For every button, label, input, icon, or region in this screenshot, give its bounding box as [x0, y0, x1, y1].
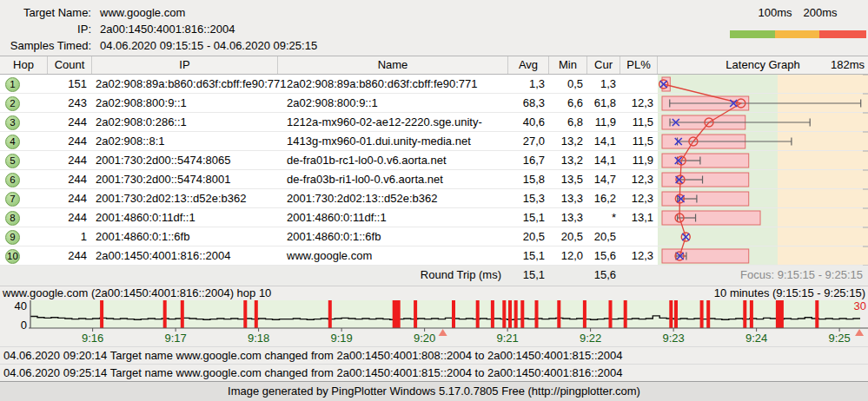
column-header-count[interactable]: Count	[48, 56, 92, 74]
round-trip-cur: 15,6	[587, 266, 620, 286]
name-cell: de-fra01b-rc1-lo0-0.v6.aorta.net	[278, 151, 508, 169]
name-cell: 1212a-mx960-02-ae12-2220.sge.unity-	[278, 113, 508, 131]
latency-graph-cell	[658, 208, 868, 227]
table-row[interactable]: 42442a02:908::8:11413g-mx960-01.dui.unit…	[0, 132, 868, 151]
pl-cell: 13,1	[620, 208, 658, 227]
avg-cell: 1,3	[508, 75, 549, 93]
ip-cell: 2001:730:2d00::5474:8065	[92, 151, 278, 169]
legend-100ms-label: 100ms	[758, 6, 792, 19]
ip-cell: 2001:730:2d02:13::d52e:b362	[92, 189, 278, 207]
latency-graph-cell	[658, 151, 868, 169]
latency-graph-cell	[658, 170, 868, 188]
ip-cell: 2001:730:2d00::5474:8001	[92, 170, 278, 188]
svg-text:9:19: 9:19	[330, 332, 352, 345]
latency-graph-scale-label: 182ms	[831, 56, 865, 74]
event-log-line: 04.06.2020 09:20:14 Target name www.goog…	[0, 346, 868, 364]
name-cell: 2a02:908:800:9::1	[278, 94, 508, 112]
hop-cell: 4	[0, 132, 48, 150]
legend-orange-segment	[775, 30, 819, 38]
avg-cell: 20,5	[508, 227, 549, 246]
hop-badge: 8	[5, 211, 20, 226]
table-row[interactable]: 82442001:4860:0:11df::12001:4860:0:11df:…	[0, 208, 868, 227]
timeline-target-label: www.google.com (2a00:1450:4001:816::2004…	[0, 287, 271, 299]
table-row[interactable]: 11512a02:908:89a:b860:d63f:cbff:fe90:771…	[0, 75, 868, 94]
ip-cell: 2a02:908:800:9::1	[92, 94, 278, 112]
timeline-duration-label: 10 minutes (9:15:15 - 9:25:15)	[714, 287, 868, 299]
footer: Image generated by PingPlotter Windows 5…	[0, 381, 868, 401]
column-header-latency-graph[interactable]: Latency Graph 182ms	[658, 56, 868, 74]
svg-text:0: 0	[21, 319, 27, 332]
hop-badge: 1	[5, 77, 20, 92]
name-cell: www.google.com	[278, 247, 508, 265]
hop-cell: 2	[0, 94, 48, 112]
ip-cell: 2001:4860:0:1::6fb	[92, 227, 278, 246]
table-row[interactable]: 912001:4860:0:1::6fb2001:4860:0:1::6fb20…	[0, 227, 868, 247]
column-header-hop[interactable]: Hop	[0, 56, 48, 74]
cur-cell: *	[587, 208, 620, 227]
table-row[interactable]: 22432a02:908:800:9::12a02:908:800:9::168…	[0, 94, 868, 113]
hop-badge: 4	[5, 135, 20, 149]
ip-row: IP: 2a00:1450:4001:816::2004	[0, 21, 317, 37]
latency-graph-cell	[658, 113, 868, 131]
timeline-graph[interactable]: 4009:169:179:189:199:209:219:229:239:249…	[0, 299, 868, 347]
hop-badge: 9	[5, 230, 20, 245]
ip-cell: 2a00:1450:4001:816::2004	[92, 247, 278, 265]
svg-text:9:22: 9:22	[580, 332, 601, 345]
hop-badge: 3	[5, 115, 20, 130]
svg-text:9:24: 9:24	[745, 332, 767, 345]
min-cell: 0,5	[549, 75, 587, 93]
pl-cell: 12,3	[620, 189, 658, 207]
count-cell: 244	[48, 170, 92, 188]
event-log-line: 04.06.2020 09:25:14 Target name www.goog…	[0, 364, 868, 381]
target-name-label: Target Name:	[0, 4, 100, 21]
timeline-header: www.google.com (2a00:1450:4001:816::2004…	[0, 287, 868, 299]
table-header: Hop Count IP Name Avg Min Cur PL% Latenc…	[0, 56, 868, 75]
trace-table-body: 11512a02:908:89a:b860:d63f:cbff:fe90:771…	[0, 75, 868, 266]
avg-cell: 15,8	[508, 170, 549, 188]
pingplotter-window: Target Name: www.google.com IP: 2a00:145…	[0, 0, 868, 401]
count-cell: 151	[48, 75, 92, 93]
hop-badge: 6	[5, 173, 20, 187]
table-row[interactable]: 72442001:730:2d02:13::d52e:b3622001:730:…	[0, 189, 868, 208]
min-cell: 20,5	[549, 227, 587, 246]
column-header-cur[interactable]: Cur	[587, 56, 620, 74]
pl-cell: 12,3	[620, 170, 658, 188]
count-cell: 244	[48, 132, 92, 150]
latency-graph-cell	[658, 189, 868, 207]
pl-cell	[620, 75, 658, 93]
column-header-pl[interactable]: PL%	[620, 56, 658, 74]
cur-cell: 14,1	[587, 151, 620, 169]
name-cell: 2001:730:2d02:13::d52e:b362	[278, 189, 508, 207]
cur-cell: 11,9	[587, 113, 620, 131]
min-cell: 12,0	[549, 247, 587, 265]
min-cell: 13,5	[549, 170, 587, 188]
pl-cell: 11,5	[620, 113, 658, 131]
hop-badge: 10	[5, 249, 20, 264]
column-header-avg[interactable]: Avg	[508, 56, 549, 74]
avg-cell: 40,6	[508, 113, 549, 131]
column-header-ip[interactable]: IP	[92, 56, 278, 74]
svg-text:9:16: 9:16	[82, 332, 103, 345]
hop-badge: 5	[5, 154, 20, 168]
focus-range-label: Focus: 9:15:15 - 9:25:15	[658, 266, 868, 286]
legend-color-bar	[730, 30, 866, 38]
avg-cell: 68,3	[508, 94, 549, 112]
table-row[interactable]: 102442a00:1450:4001:816::2004www.google.…	[0, 247, 868, 266]
table-row[interactable]: 52442001:730:2d00::5474:8065de-fra01b-rc…	[0, 151, 868, 170]
ip-value: 2a00:1450:4001:816::2004	[100, 21, 235, 37]
latency-graph-cell	[658, 227, 868, 246]
target-name-value: www.google.com	[100, 4, 185, 21]
table-row[interactable]: 32442a02:908:0:286::11212a-mx960-02-ae12…	[0, 113, 868, 132]
samples-row: Samples Timed: 04.06.2020 09:15:15 - 04.…	[0, 37, 317, 54]
pl-cell	[620, 227, 658, 246]
cur-cell: 14,7	[587, 170, 620, 188]
column-header-min[interactable]: Min	[549, 56, 587, 74]
count-cell: 244	[48, 208, 92, 227]
column-header-name[interactable]: Name	[278, 56, 508, 74]
target-name-row: Target Name: www.google.com	[0, 4, 317, 21]
hop-badge: 2	[5, 96, 20, 111]
count-cell: 244	[48, 151, 92, 169]
table-row[interactable]: 62442001:730:2d00::5474:8001de-fra03b-ri…	[0, 170, 868, 189]
legend-200ms-label: 200ms	[803, 6, 837, 19]
event-log: 04.06.2020 09:20:14 Target name www.goog…	[0, 346, 868, 381]
